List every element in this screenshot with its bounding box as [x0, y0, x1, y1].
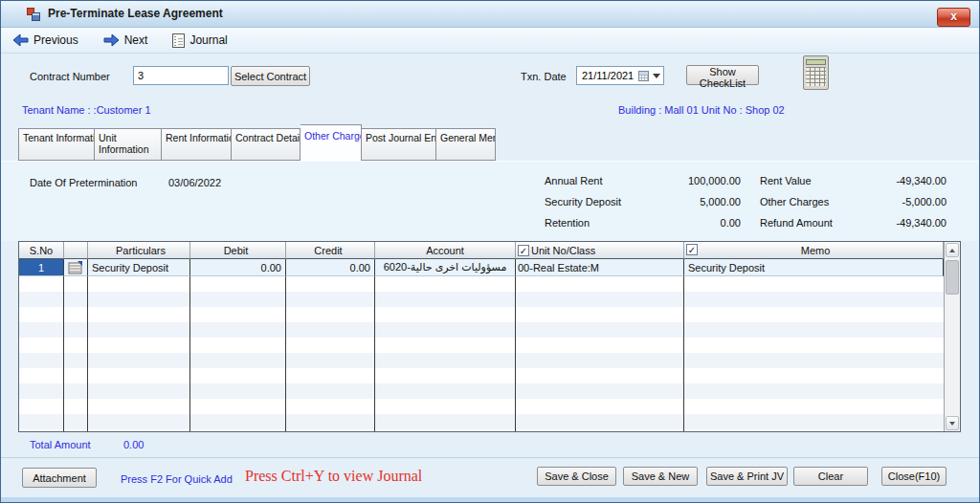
- credit-cell[interactable]: 0.00: [286, 259, 375, 276]
- toolbar: Previous Next Journal: [1, 28, 979, 54]
- tab-contract-details[interactable]: Contract Details: [232, 128, 301, 161]
- bottom-bar: Attachment Press F2 For Quick Add Press …: [1, 457, 979, 497]
- calculator-keys: [806, 67, 826, 86]
- tab-rent-information[interactable]: Rent Information: [162, 128, 232, 161]
- row-number-cell[interactable]: 1: [19, 259, 64, 276]
- column-divider: [87, 276, 88, 431]
- building-info-text: Building : Mall 01 Unit No : Shop 02: [618, 104, 785, 116]
- column-divider: [189, 276, 190, 431]
- grid-empty-rows: [19, 276, 944, 431]
- previous-button[interactable]: Previous: [12, 33, 78, 47]
- particulars-cell[interactable]: Security Deposit: [88, 259, 190, 276]
- other-charges-panel: Date Of Pretermination 03/06/2022 Annual…: [1, 161, 979, 241]
- save-and-print-jv-button[interactable]: Save & Print JV: [706, 467, 788, 486]
- column-divider: [683, 276, 684, 431]
- scroll-up-button[interactable]: [946, 243, 959, 257]
- table-row: 1 Security Deposit 0.00 0.00 مسؤوليات اخ…: [19, 259, 960, 276]
- chevron-down-icon[interactable]: [653, 74, 660, 78]
- arrow-left-icon: [12, 33, 29, 47]
- account-cell[interactable]: مسؤوليات اخرى حالية-6020: [375, 259, 516, 276]
- vertical-scrollbar[interactable]: [944, 242, 960, 431]
- header-debit: Debit: [190, 242, 286, 259]
- pretermination-label: Date Of Pretermination: [30, 177, 138, 188]
- row-indicator-cell[interactable]: [64, 259, 88, 276]
- pretermination-value: 03/06/2022: [168, 177, 221, 188]
- scroll-down-button[interactable]: [946, 416, 959, 430]
- security-deposit-value: 5,000.00: [613, 196, 741, 208]
- scroll-up-icon: [949, 249, 955, 252]
- memo-header-label: Memo: [801, 245, 831, 256]
- header-unit-no-class: ✓ Unit No/Class: [516, 242, 684, 259]
- retention-label: Retention: [545, 217, 590, 229]
- rent-value-value: -49,340.00: [843, 175, 947, 186]
- previous-label: Previous: [33, 33, 78, 47]
- column-divider: [285, 276, 286, 431]
- quick-add-hint: Press F2 For Quick Add: [121, 473, 233, 485]
- header-particulars: Particulars: [88, 242, 190, 259]
- close-f10-button[interactable]: Close(F10): [881, 467, 947, 486]
- window-bottom-border: [1, 497, 979, 502]
- header-account: Account: [375, 242, 516, 259]
- annual-rent-value: 100,000.00: [613, 175, 741, 186]
- journal-hint: Press Ctrl+Y to view Journal: [245, 468, 422, 485]
- save-and-close-button[interactable]: Save & Close: [537, 467, 616, 486]
- txn-date-picker[interactable]: 21/11/2021: [576, 66, 664, 85]
- tab-other-charges[interactable]: Other Charges: [301, 124, 362, 161]
- refund-amount-label: Refund Amount: [760, 217, 833, 229]
- retention-value: 0.00: [613, 217, 741, 229]
- rent-value-label: Rent Value: [760, 175, 812, 186]
- tab-general-memo[interactable]: General Memo: [436, 128, 496, 161]
- select-contract-button[interactable]: Select Contract: [231, 66, 310, 86]
- calendar-icon: [638, 71, 649, 81]
- journal-label: Journal: [189, 33, 227, 47]
- tab-strip: Tenant Information Unit Information Rent…: [1, 122, 979, 161]
- calculator-screen: [806, 59, 826, 65]
- charges-grid: S.No Particulars Debit Credit Account ✓ …: [18, 241, 961, 432]
- debit-cell[interactable]: 0.00: [190, 259, 286, 276]
- other-charges-label: Other Charges: [760, 196, 829, 208]
- unit-checkbox-checked[interactable]: ✓: [518, 245, 529, 256]
- total-amount-label: Total Amount: [30, 439, 91, 450]
- header-sno: S.No: [19, 242, 64, 259]
- annual-rent-label: Annual Rent: [545, 175, 603, 186]
- tab-unit-information[interactable]: Unit Information: [95, 128, 162, 161]
- memo-checkbox-checked[interactable]: ✓: [686, 244, 698, 255]
- scrollbar-thumb[interactable]: [946, 260, 959, 295]
- total-row: Total Amount 0.00: [1, 432, 979, 457]
- close-button[interactable]: x: [937, 8, 970, 27]
- memo-cell[interactable]: Security Deposit: [684, 259, 944, 276]
- txn-date-label: Txn. Date: [521, 71, 567, 82]
- journal-button[interactable]: Journal: [172, 33, 227, 48]
- unit-header-label: Unit No/Class: [531, 245, 595, 256]
- txn-date-value: 21/11/2021: [582, 70, 638, 81]
- tab-tenant-information[interactable]: Tenant Information: [18, 128, 95, 161]
- tenant-name-text: Tenant Name : :Customer 1: [22, 104, 151, 116]
- scroll-down-icon: [949, 422, 955, 426]
- save-and-new-button[interactable]: Save & New: [623, 467, 698, 486]
- dialog-content: Previous Next Journal Contract Number Se…: [1, 28, 979, 497]
- refund-amount-value: -49,340.00: [843, 217, 947, 229]
- tab-post-journal-entry[interactable]: Post Journal Entry: [362, 128, 436, 161]
- unit-cell[interactable]: 00-Real Estate:M: [516, 259, 684, 276]
- column-divider: [515, 276, 516, 431]
- next-label: Next: [124, 33, 148, 47]
- window-title: Pre-Terminate Lease Agreement: [48, 7, 223, 20]
- contract-number-input[interactable]: [133, 66, 229, 85]
- total-amount-value: 0.00: [123, 439, 144, 450]
- show-checklist-button[interactable]: Show CheckList: [686, 65, 759, 85]
- journal-icon: [172, 33, 185, 48]
- dialog-window: Pre-Terminate Lease Agreement x Previous…: [0, 0, 980, 503]
- arrow-right-icon: [103, 33, 120, 47]
- attachment-button[interactable]: Attachment: [22, 468, 97, 488]
- column-divider: [63, 276, 64, 431]
- contract-number-label: Contract Number: [30, 71, 110, 82]
- other-charges-value: -5,000.00: [843, 196, 947, 208]
- column-divider: [374, 276, 375, 431]
- next-button[interactable]: Next: [103, 33, 148, 47]
- app-form-icon: [27, 8, 41, 22]
- header-memo: ✓ Memo: [684, 242, 944, 259]
- clear-button[interactable]: Clear: [793, 467, 868, 486]
- header-row-selector: [64, 242, 88, 259]
- header-credit: Credit: [286, 242, 375, 259]
- calculator-icon[interactable]: [803, 55, 829, 90]
